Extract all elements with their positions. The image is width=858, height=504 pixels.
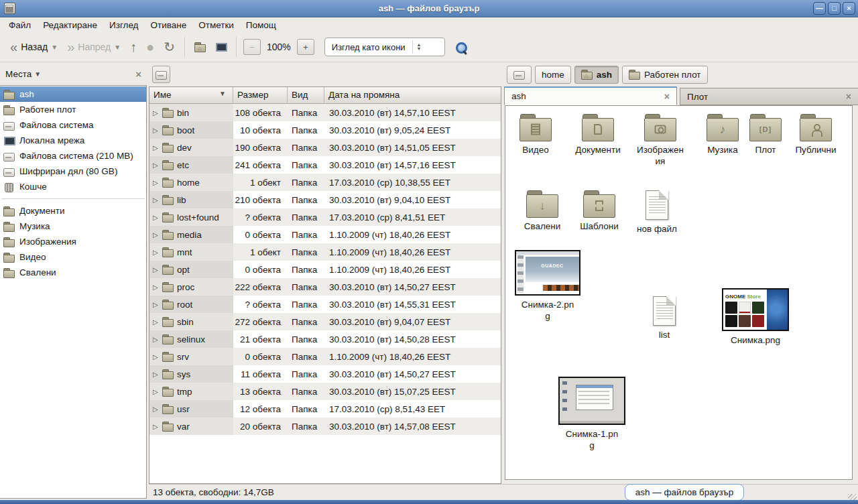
file-item-snimka-2[interactable]: GUADEC Снимка-2.png bbox=[513, 250, 582, 322]
expander-icon[interactable]: ▷ bbox=[153, 266, 159, 273]
root-location-button[interactable] bbox=[152, 66, 170, 83]
path-desktop-button[interactable]: Работен плот bbox=[622, 66, 708, 84]
column-header-type[interactable]: Вид bbox=[288, 87, 324, 104]
maximize-button[interactable]: □ bbox=[828, 2, 841, 15]
table-row[interactable]: ▷ tmp 13 обекта Папка 30.03.2010 (вт) 15… bbox=[149, 383, 501, 400]
table-row[interactable]: ▷ sys 11 обекта Папка 30.03.2010 (вт) 14… bbox=[149, 365, 501, 383]
home-button[interactable]: ⌂ bbox=[190, 39, 210, 55]
zoom-in-button[interactable]: + bbox=[297, 39, 314, 55]
table-row[interactable]: ▷ etc 241 обекта Папка 30.03.2010 (вт) 1… bbox=[149, 156, 501, 174]
expander-icon[interactable]: ▷ bbox=[153, 162, 159, 169]
table-row[interactable]: ▷ opt 0 обекта Папка 1.10.2009 (чт) 18,4… bbox=[149, 261, 501, 278]
expander-icon[interactable]: ▷ bbox=[153, 127, 159, 134]
table-row[interactable]: ▷ selinux 21 обекта Папка 30.03.2010 (вт… bbox=[149, 330, 501, 348]
menu-edit[interactable]: Редактиране bbox=[37, 19, 103, 32]
file-item-snimka-1[interactable]: Снимка-1.png bbox=[556, 377, 627, 452]
minimize-button[interactable]: — bbox=[813, 2, 826, 15]
menu-view[interactable]: Изглед bbox=[103, 19, 145, 32]
table-row[interactable]: ▷ sbin 272 обекта Папка 30.03.2010 (вт) … bbox=[149, 313, 501, 330]
expander-icon[interactable]: ▷ bbox=[153, 405, 159, 413]
tab-plot[interactable]: Плот × bbox=[680, 88, 858, 105]
back-button[interactable]: « Назад ▼ bbox=[5, 38, 62, 56]
table-row[interactable]: ▷ lib 210 обекта Папка 30.03.2010 (вт) 9… bbox=[149, 191, 501, 208]
menu-help[interactable]: Помощ bbox=[240, 19, 282, 32]
table-row[interactable]: ▷ proc 222 обекта Папка 30.03.2010 (вт) … bbox=[149, 278, 501, 296]
forward-dropdown-icon[interactable]: ▼ bbox=[114, 44, 121, 51]
expander-icon[interactable]: ▷ bbox=[153, 196, 159, 204]
sidebar-place-item[interactable]: Файлова система bbox=[0, 117, 146, 133]
file-item-list[interactable]: list bbox=[644, 296, 685, 341]
menu-bookmarks[interactable]: Отметки bbox=[192, 19, 240, 32]
column-header-modified[interactable]: Дата на промяна bbox=[324, 87, 501, 104]
expander-icon[interactable]: ▷ bbox=[153, 249, 159, 256]
expander-icon[interactable]: ▷ bbox=[153, 336, 159, 343]
sidebar-place-item[interactable]: ash bbox=[0, 86, 146, 102]
stop-button[interactable]: ● bbox=[141, 38, 159, 56]
sidebar-folder-item[interactable]: Видео bbox=[0, 249, 146, 265]
sidebar-place-item[interactable]: Локална мрежа bbox=[0, 133, 146, 148]
expander-icon[interactable]: ▷ bbox=[153, 231, 159, 239]
path-root-button[interactable] bbox=[507, 66, 532, 84]
table-row[interactable]: ▷ boot 10 обекта Папка 30.03.2010 (вт) 9… bbox=[149, 121, 501, 139]
sidebar-place-item[interactable]: Файлова система (210 MB) bbox=[0, 148, 146, 164]
folder-item-video[interactable]: Видео bbox=[512, 114, 559, 156]
table-row[interactable]: ▷ srv 0 обекта Папка 1.10.2009 (чт) 18,4… bbox=[149, 348, 501, 365]
sidebar-place-item[interactable]: Кошче bbox=[0, 179, 146, 194]
sidebar-title[interactable]: Места bbox=[5, 69, 32, 79]
computer-button[interactable] bbox=[210, 39, 231, 55]
close-button[interactable]: × bbox=[843, 2, 855, 15]
sidebar-folder-item[interactable]: Изображения bbox=[0, 234, 146, 249]
file-item-new-file[interactable]: нов файл bbox=[630, 190, 684, 235]
file-item-snimka[interactable]: GNOME Store Снимка.png bbox=[720, 288, 791, 346]
table-row[interactable]: ▷ root ? обекта Папка 30.03.2010 (вт) 14… bbox=[149, 296, 501, 313]
folder-item-templates[interactable]: Шаблони bbox=[571, 190, 627, 233]
menu-file[interactable]: Файл bbox=[3, 19, 37, 32]
sidebar-close-icon[interactable]: × bbox=[135, 68, 141, 80]
expander-icon[interactable]: ▷ bbox=[153, 284, 159, 291]
folder-item-music[interactable]: ♪ Музика bbox=[698, 114, 747, 156]
path-home-button[interactable]: home bbox=[535, 66, 571, 84]
back-dropdown-icon[interactable]: ▼ bbox=[51, 44, 58, 51]
tab-ash[interactable]: ash × bbox=[504, 86, 677, 105]
sidebar-folder-item[interactable]: Свалени bbox=[0, 265, 146, 280]
folder-item-desktop[interactable]: [D] Плот bbox=[745, 114, 786, 156]
table-row[interactable]: ▷ mnt 1 обект Папка 1.10.2009 (чт) 18,40… bbox=[149, 243, 501, 261]
expander-icon[interactable]: ▷ bbox=[153, 144, 159, 151]
path-ash-button[interactable]: ⌂ ash bbox=[574, 66, 619, 84]
column-header-name[interactable]: Име ▼ bbox=[149, 87, 233, 104]
up-button[interactable]: ↑ bbox=[125, 38, 141, 56]
sidebar-place-item[interactable]: Шифриран дял (80 GB) bbox=[0, 164, 146, 179]
expander-icon[interactable]: ▷ bbox=[153, 301, 159, 308]
folder-item-downloads[interactable]: ↓ Свалени bbox=[515, 190, 570, 233]
expander-icon[interactable]: ▷ bbox=[153, 353, 159, 361]
expander-icon[interactable]: ▷ bbox=[153, 318, 159, 326]
table-row[interactable]: ▷ usr 12 обекта Папка 17.03.2010 (ср) 8,… bbox=[149, 400, 501, 418]
expander-icon[interactable]: ▷ bbox=[153, 214, 159, 221]
table-row[interactable]: ▷ var 20 обекта Папка 30.03.2010 (вт) 14… bbox=[149, 418, 501, 435]
table-row[interactable]: ▷ media 0 обекта Папка 1.10.2009 (чт) 18… bbox=[149, 226, 501, 243]
table-row[interactable]: ▷ home 1 обект Папка 17.03.2010 (ср) 10,… bbox=[149, 174, 501, 191]
table-row[interactable]: ▷ lost+found ? обекта Папка 17.03.2010 (… bbox=[149, 208, 501, 226]
tab-close-icon[interactable]: × bbox=[664, 91, 670, 102]
expander-icon[interactable]: ▷ bbox=[153, 179, 159, 186]
column-header-size[interactable]: Размер bbox=[233, 87, 288, 104]
icon-view[interactable]: Видео Документи Изображения ♪ Музика [D]… bbox=[505, 105, 853, 480]
folder-item-public[interactable]: Публични bbox=[786, 114, 846, 156]
folder-item-documents[interactable]: Документи bbox=[567, 114, 629, 156]
sidebar-place-item[interactable]: Работен плот bbox=[0, 102, 146, 117]
expander-icon[interactable]: ▷ bbox=[153, 388, 159, 395]
zoom-out-button[interactable]: − bbox=[243, 39, 261, 55]
menu-go[interactable]: Отиване bbox=[144, 19, 192, 32]
reload-button[interactable]: ↻ bbox=[159, 38, 180, 56]
expander-icon[interactable]: ▷ bbox=[153, 371, 159, 378]
forward-button[interactable]: » Напред ▼ bbox=[62, 38, 125, 56]
expander-icon[interactable]: ▷ bbox=[153, 109, 159, 117]
expander-icon[interactable]: ▷ bbox=[153, 423, 159, 430]
sidebar-folder-item[interactable]: Документи bbox=[0, 203, 146, 218]
sidebar-folder-item[interactable]: Музика bbox=[0, 218, 146, 234]
sidebar-dropdown-icon[interactable]: ▼ bbox=[34, 70, 41, 78]
search-icon[interactable] bbox=[456, 42, 466, 52]
titlebar[interactable]: ash — файлов браузър — □ × bbox=[0, 0, 858, 17]
tab-close-icon[interactable]: × bbox=[846, 91, 851, 102]
table-row[interactable]: ▷ bin 108 обекта Папка 30.03.2010 (вт) 1… bbox=[149, 104, 501, 121]
